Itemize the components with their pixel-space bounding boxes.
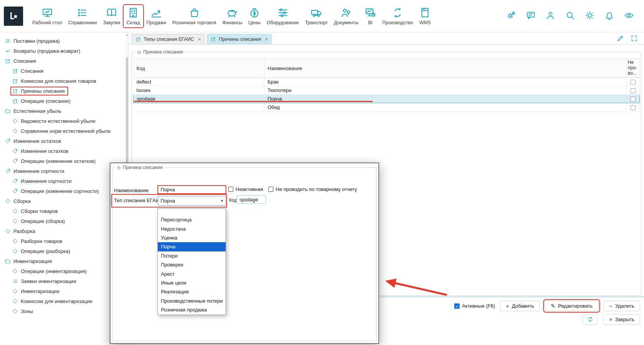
sidebar-item[interactable]: Изменения сортности: [0, 176, 129, 186]
diamond-icon: [12, 298, 18, 304]
edit-button[interactable]: ✎ Редактировать: [545, 301, 598, 311]
table-row[interactable]: lossesТехпотери: [134, 86, 640, 95]
eye-icon[interactable]: [624, 10, 634, 22]
inactive-checkbox[interactable]: Неактивная: [228, 186, 263, 192]
sidebar-item[interactable]: Сборка: [0, 196, 129, 206]
sidebar-item[interactable]: Разборки товаров: [0, 236, 129, 246]
checkbox-icon[interactable]: [268, 187, 273, 192]
tab-close-icon[interactable]: ×: [198, 36, 201, 42]
sidebar-item[interactable]: Операции (сборка): [0, 216, 129, 226]
settings-icon[interactable]: [506, 10, 516, 22]
sidebar-item[interactable]: Заявки инвентаризации: [0, 276, 129, 286]
sidebar-item[interactable]: Ведомости естественной убыли: [0, 116, 129, 126]
close-button[interactable]: × Закрыть: [603, 314, 640, 325]
column-header-2[interactable]: Не про- во...: [627, 59, 640, 78]
sidebar-item[interactable]: Зоны: [0, 306, 129, 316]
dropdown-option[interactable]: Пересортица: [158, 215, 226, 224]
nav-item-finance[interactable]: Финансы: [219, 5, 246, 27]
sidebar-item[interactable]: Поставки (продажа): [0, 36, 129, 46]
sidebar-scrollbar-thumb[interactable]: [126, 57, 128, 166]
dropdown-option[interactable]: Розничная продажа: [158, 305, 226, 314]
collapse-icon[interactable]: ⊖: [137, 50, 141, 55]
sidebar-item[interactable]: Списания: [0, 66, 129, 76]
sidebar-item[interactable]: Изменение сортности: [0, 166, 129, 176]
row-checkbox[interactable]: [631, 88, 636, 93]
sidebar-item[interactable]: Изменение остатков: [0, 136, 129, 146]
nav-item-price[interactable]: Цены: [245, 5, 264, 27]
nav-item-transport[interactable]: Транспорт: [302, 5, 331, 27]
no-report-checkbox[interactable]: Не проводить по товарному отчету: [268, 186, 357, 192]
dropdown-option[interactable]: Потери: [158, 251, 226, 260]
sidebar-item[interactable]: Причины списания: [0, 86, 129, 96]
sidebar-item[interactable]: Комиссии для списания товаров: [0, 76, 129, 86]
name-input[interactable]: [157, 185, 226, 194]
row-checkbox[interactable]: [631, 97, 636, 102]
search-icon[interactable]: [565, 10, 575, 22]
documents-icon: [340, 7, 352, 18]
table-row[interactable]: spoilageПорча: [134, 95, 640, 103]
dropdown-option[interactable]: Недостача: [158, 224, 226, 233]
tab-egais-writeoff-types[interactable]: Типы списания ЕГАИС×: [132, 34, 205, 44]
nav-item-retail[interactable]: Розничная торговля: [169, 5, 219, 27]
expand-icon[interactable]: [631, 35, 638, 43]
dropdown-option[interactable]: Уценка: [158, 233, 226, 242]
sidebar-item[interactable]: Инвентаризации: [0, 286, 129, 296]
sidebar-item[interactable]: Операции (изменение остатков): [0, 156, 129, 166]
tab-writeoff-reasons[interactable]: Причины списания×: [207, 34, 272, 44]
checkbox-checked-icon[interactable]: ✓: [454, 303, 460, 309]
sidebar-item[interactable]: Изменения остатков: [0, 146, 129, 156]
dropdown-option[interactable]: Реализация: [158, 287, 226, 296]
nav-item-desktop[interactable]: Рабочий стол: [29, 5, 65, 27]
delete-button[interactable]: − Удалить: [604, 301, 640, 311]
dropdown-option[interactable]: Порча: [158, 242, 226, 251]
code-input[interactable]: [237, 195, 266, 204]
checkbox-icon[interactable]: [228, 187, 233, 192]
nav-item-sales[interactable]: Продажи: [143, 5, 169, 27]
nav-item-equipment[interactable]: Оборудование: [264, 5, 302, 27]
column-header-0[interactable]: Код: [134, 59, 264, 78]
sidebar-item[interactable]: Списания: [0, 56, 129, 66]
sidebar-item[interactable]: Возвраты (продажа-возврат): [0, 46, 129, 56]
nav-item-production[interactable]: Производство: [379, 5, 416, 27]
active-filter-checkbox[interactable]: ✓ Активные (F6): [454, 303, 495, 309]
sidebar-item[interactable]: Операции (списание): [0, 96, 129, 106]
nav-item-purchases[interactable]: Закупки: [100, 5, 124, 27]
nav-item-wms[interactable]: WMS: [416, 5, 434, 27]
bell-icon[interactable]: [604, 10, 614, 22]
sidebar-item[interactable]: Операции (инвентаризация): [0, 266, 129, 276]
sidebar-item[interactable]: Справочник норм естественной убыли: [0, 126, 129, 136]
dropdown-option[interactable]: Иные цели: [158, 278, 226, 287]
dropdown-option[interactable]: Проверки: [158, 260, 226, 269]
nav-item-bi[interactable]: BI: [361, 5, 379, 27]
table-row[interactable]: Обед: [134, 103, 640, 112]
chevron-down-icon: ▾: [218, 198, 226, 203]
brightness-icon[interactable]: [585, 10, 595, 22]
pencil-icon[interactable]: [617, 35, 624, 43]
chat-icon[interactable]: [526, 10, 536, 22]
sidebar-item[interactable]: Комиссии для инвентаризации: [0, 296, 129, 306]
user-icon[interactable]: [545, 10, 555, 22]
dropdown-option[interactable]: [158, 209, 226, 215]
add-button[interactable]: + Добавить: [500, 301, 540, 311]
sidebar-item[interactable]: Операции (разборка): [0, 246, 129, 256]
column-header-1[interactable]: Наименование: [264, 59, 627, 78]
sidebar-item[interactable]: Разборка: [0, 226, 129, 236]
sidebar-item[interactable]: Естественная убыль: [0, 106, 129, 116]
refresh-button[interactable]: [583, 314, 597, 325]
sidebar-item[interactable]: Инвентаризация: [0, 256, 129, 266]
row-checkbox[interactable]: [631, 80, 636, 85]
egais-type-select[interactable]: Порча ▾: [158, 196, 226, 206]
nav-item-list[interactable]: Справочники: [65, 5, 100, 27]
scroll-up-icon[interactable]: ▲: [125, 33, 129, 36]
nav-item-warehouse[interactable]: Склад: [124, 5, 144, 27]
tab-close-icon[interactable]: ×: [265, 36, 268, 42]
dropdown-option[interactable]: Производственные потери: [158, 296, 226, 305]
app-logo[interactable]: [4, 7, 23, 26]
row-checkbox[interactable]: [631, 105, 636, 110]
table-row[interactable]: deflectБрак: [134, 78, 640, 86]
sidebar-item[interactable]: Сборки товаров: [0, 206, 129, 216]
sidebar-item[interactable]: Операции (изменение сортности): [0, 186, 129, 196]
dropdown-option[interactable]: Арест: [158, 269, 226, 278]
collapse-icon[interactable]: ⊖: [117, 165, 121, 170]
nav-item-documents[interactable]: Документы: [331, 5, 361, 27]
